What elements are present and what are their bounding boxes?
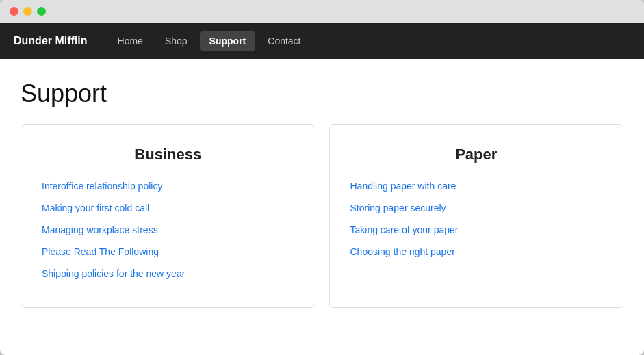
nav-link-home[interactable]: Home [108,31,153,51]
card-paper: Paper Handling paper with care Storing p… [329,124,624,308]
nav-link-contact[interactable]: Contact [258,31,310,51]
page-content: Support Business Interoffice relationshi… [0,59,644,335]
card-business-title: Business [42,146,294,163]
link-interoffice[interactable]: Interoffice relationship policy [42,181,162,192]
link-cold-call[interactable]: Making your first cold call [42,202,149,213]
link-handling-paper[interactable]: Handling paper with care [350,181,456,192]
link-workplace-stress[interactable]: Managing workplace stress [42,224,158,235]
cards-container: Business Interoffice relationship policy… [21,124,623,308]
link-taking-care[interactable]: Taking care of your paper [350,224,459,235]
navbar: Dunder Mifflin Home Shop Support Contact [0,23,644,59]
nav-brand: Dunder Mifflin [14,35,88,47]
card-business-links: Interoffice relationship policy Making y… [42,180,294,280]
browser-dot-yellow[interactable] [23,7,32,16]
link-storing-paper[interactable]: Storing paper securely [350,202,446,213]
page-title: Support [21,79,623,108]
nav-link-support[interactable]: Support [200,31,256,51]
link-shipping[interactable]: Shipping policies for the new year [42,268,185,279]
browser-window: Dunder Mifflin Home Shop Support Contact… [0,0,644,355]
nav-links: Home Shop Support Contact [108,31,311,51]
link-please-read[interactable]: Please Read The Following [42,246,159,257]
card-business: Business Interoffice relationship policy… [21,124,315,308]
link-choosing-paper[interactable]: Choosing the right paper [350,246,455,257]
nav-link-shop[interactable]: Shop [155,31,197,51]
browser-dot-green[interactable] [37,7,46,16]
browser-dot-red[interactable] [10,7,18,16]
browser-chrome [0,0,644,23]
card-paper-title: Paper [350,146,603,163]
card-paper-links: Handling paper with care Storing paper s… [350,180,603,258]
